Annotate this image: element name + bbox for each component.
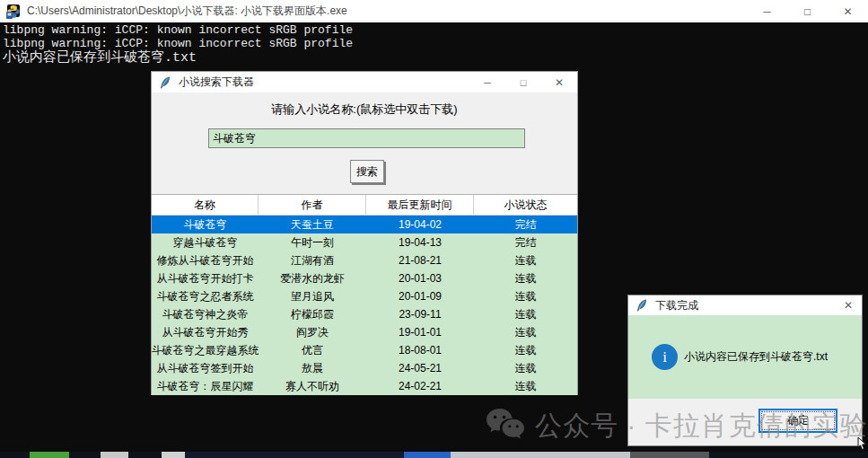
table-cell: 19-01-01 xyxy=(366,323,474,341)
table-cell: 19-04-02 xyxy=(366,216,474,233)
search-input[interactable] xyxy=(208,128,525,148)
table-cell: 斗破苍穹 xyxy=(152,216,259,233)
novel-downloader-window: 小说搜索下载器 ─ □ ✕ 请输入小说名称:(鼠标选中双击下载) 搜索 名称作者… xyxy=(151,71,578,395)
column-header[interactable]: 最后更新时间 xyxy=(366,195,474,215)
taskbar-icon-fragment xyxy=(630,452,709,458)
table-cell: 从斗破苍穹开始秀 xyxy=(152,323,259,341)
console-close-button[interactable]: ✕ xyxy=(828,0,868,22)
table-header-row: 名称作者最后更新时间小说状态 xyxy=(152,195,577,216)
table-cell: 连载 xyxy=(474,269,577,287)
taskbar-icon-fragment xyxy=(162,452,185,458)
table-cell: 连载 xyxy=(474,359,577,377)
table-row[interactable]: 斗破苍穹之忍者系统望月追风20-01-09连载 xyxy=(152,287,577,305)
dialog-title: 下载完成 xyxy=(655,298,835,313)
main-window-titlebar: 小说搜索下载器 ─ □ ✕ xyxy=(152,72,577,92)
table-cell: 21-08-21 xyxy=(366,251,474,269)
table-row[interactable]: 斗破苍穹：辰星闪耀寡人不听劝24-02-21连载 xyxy=(152,377,577,395)
prompt-label: 请输入小说名称:(鼠标选中双击下载) xyxy=(152,101,577,118)
python-console-icon xyxy=(6,4,21,19)
table-row[interactable]: 斗破苍穹天蚕土豆19-04-02完结 xyxy=(152,216,577,233)
table-cell: 敖晨 xyxy=(259,359,366,377)
table-cell: 寡人不听劝 xyxy=(259,377,366,395)
table-cell: 天蚕土豆 xyxy=(259,216,366,233)
info-icon: i xyxy=(652,344,678,370)
table-row[interactable]: 从斗破苍穹开始打卡爱潜水的龙虾20-01-03连载 xyxy=(152,269,577,287)
table-cell: 穿越斗破苍穹 xyxy=(152,233,259,251)
table-row[interactable]: 修炼从斗破苍穹开始江湖有酒21-08-21连载 xyxy=(152,251,577,269)
dialog-titlebar: 下载完成 ✕ xyxy=(628,295,862,315)
table-cell: 连载 xyxy=(474,251,577,269)
table-cell: 望月追风 xyxy=(259,287,366,305)
taskbar-icon-fragment xyxy=(185,452,404,458)
table-cell: 20-01-09 xyxy=(366,287,474,305)
search-button[interactable]: 搜索 xyxy=(350,160,384,183)
taskbar-icon-fragment xyxy=(404,452,451,458)
taskbar-icon-fragment xyxy=(451,452,630,458)
ok-button[interactable]: 确定 xyxy=(758,409,837,433)
console-log-line: 小说内容已保存到斗破苍穹.txt xyxy=(3,50,353,66)
table-cell: 20-01-03 xyxy=(366,269,474,287)
table-cell: 完结 xyxy=(474,233,577,251)
table-cell: 从斗破苍穹开始打卡 xyxy=(152,269,259,287)
table-cell: 斗破苍穹：辰星闪耀 xyxy=(152,377,259,395)
table-cell: 连载 xyxy=(474,341,577,359)
table-cell: 24-02-21 xyxy=(366,377,474,395)
dialog-body: i 小说内容已保存到斗破苍穹.txt xyxy=(628,315,862,399)
table-cell: 修炼从斗破苍穹开始 xyxy=(152,251,259,269)
dialog-message: 小说内容已保存到斗破苍穹.txt xyxy=(684,344,828,370)
column-header[interactable]: 小说状态 xyxy=(474,195,577,215)
table-cell: 完结 xyxy=(474,216,577,233)
mouse-cursor xyxy=(857,437,867,451)
table-cell: 爱潜水的龙虾 xyxy=(259,269,366,287)
search-results-table: 名称作者最后更新时间小说状态 斗破苍穹天蚕土豆19-04-02完结穿越斗破苍穹午… xyxy=(152,194,577,394)
table-cell: 斗破苍穹之最穿越系统 xyxy=(152,341,259,359)
console-titlebar: C:\Users\Administrator\Desktop\小说下载器: 小说… xyxy=(0,0,868,22)
table-cell: 连载 xyxy=(474,305,577,323)
table-cell: 24-05-21 xyxy=(366,359,474,377)
table-cell: 午时一刻 xyxy=(259,233,366,251)
tk-feather-icon xyxy=(636,299,648,312)
main-close-button[interactable]: ✕ xyxy=(541,72,577,92)
dialog-close-button[interactable]: ✕ xyxy=(835,295,862,316)
table-cell: 连载 xyxy=(474,323,577,341)
table-cell: 从斗破苍穹签到开始 xyxy=(152,359,259,377)
table-row[interactable]: 从斗破苍穹开始秀阎罗决19-01-01连载 xyxy=(152,323,577,341)
table-cell: 斗破苍穹之忍者系统 xyxy=(152,287,259,305)
table-row[interactable]: 穿越斗破苍穹午时一刻19-04-13完结 xyxy=(152,233,577,251)
table-row[interactable]: 斗破苍穹神之炎帝柠檬邱霞23-09-11连载 xyxy=(152,305,577,323)
table-cell: 柠檬邱霞 xyxy=(259,305,366,323)
table-cell: 优言 xyxy=(259,341,366,359)
table-row[interactable]: 从斗破苍穹签到开始敖晨24-05-21连载 xyxy=(152,359,577,377)
column-header[interactable]: 名称 xyxy=(152,195,259,215)
main-maximize-button[interactable]: □ xyxy=(505,72,541,92)
table-cell: 18-08-01 xyxy=(366,341,474,359)
console-output: libpng warning: iCCP: known incorrect sR… xyxy=(3,23,353,66)
table-cell: 斗破苍穹神之炎帝 xyxy=(152,305,259,323)
table-row[interactable]: 斗破苍穹之最穿越系统优言18-08-01连载 xyxy=(152,341,577,359)
download-complete-dialog: 下载完成 ✕ i 小说内容已保存到斗破苍穹.txt 确定 xyxy=(627,295,863,446)
console-window-title: C:\Users\Administrator\Desktop\小说下载器: 小说… xyxy=(27,4,747,19)
info-glyph: i xyxy=(662,348,667,366)
tk-feather-icon xyxy=(159,76,171,89)
taskbar-icon-fragment xyxy=(30,452,69,458)
main-window-title: 小说搜索下载器 xyxy=(179,75,469,90)
table-cell: 23-09-11 xyxy=(366,305,474,323)
taskbar-sliver xyxy=(0,452,868,458)
column-header[interactable]: 作者 xyxy=(259,195,366,215)
ok-button-label: 确定 xyxy=(761,411,835,430)
wechat-icon xyxy=(485,407,526,445)
table-body: 斗破苍穹天蚕土豆19-04-02完结穿越斗破苍穹午时一刻19-04-13完结修炼… xyxy=(152,216,577,395)
taskbar-icon-fragment xyxy=(101,452,128,458)
console-log-line: libpng warning: iCCP: known incorrect sR… xyxy=(3,37,353,50)
console-log-line: libpng warning: iCCP: known incorrect sR… xyxy=(3,23,353,37)
table-cell: 阎罗决 xyxy=(259,323,366,341)
table-cell: 江湖有酒 xyxy=(259,251,366,269)
console-maximize-button[interactable]: □ xyxy=(787,0,828,22)
table-cell: 连载 xyxy=(474,377,577,395)
table-cell: 连载 xyxy=(474,287,577,305)
console-minimize-button[interactable]: ─ xyxy=(747,0,787,22)
table-cell: 19-04-13 xyxy=(366,233,474,251)
main-minimize-button[interactable]: ─ xyxy=(469,72,505,92)
